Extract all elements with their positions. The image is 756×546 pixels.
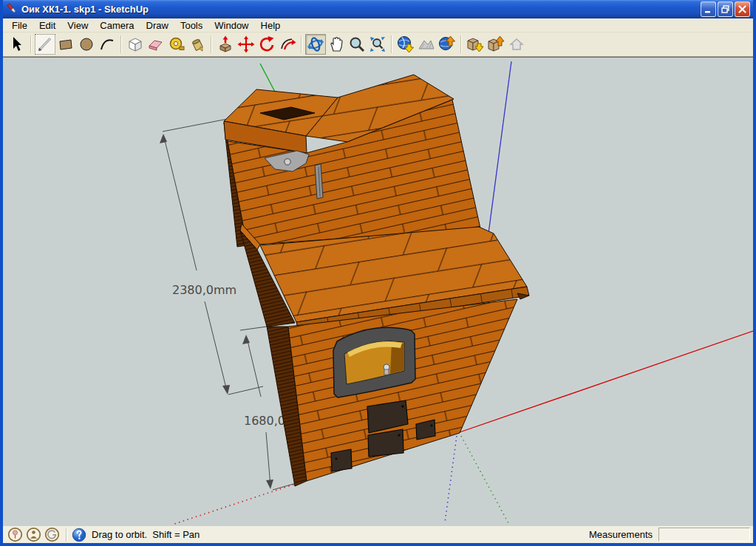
toolbar <box>3 33 753 57</box>
toolbar-separator <box>391 35 392 53</box>
menu-file[interactable]: File <box>6 19 33 32</box>
modeling-canvas[interactable]: 2380,0mm 1680,0mm <box>3 58 753 526</box>
menu-tools[interactable]: Tools <box>174 19 208 32</box>
viewport[interactable]: 2380,0mm 1680,0mm <box>3 57 753 525</box>
restore-button[interactable] <box>718 1 733 17</box>
menubar: File Edit View Camera Draw Tools Window … <box>3 18 753 33</box>
google-status-icon[interactable] <box>44 527 60 542</box>
menu-edit[interactable]: Edit <box>33 19 61 32</box>
restore-icon <box>721 4 730 14</box>
get-models-icon <box>466 35 484 53</box>
eraser-tool-button[interactable] <box>146 34 166 55</box>
rotate-tool-button[interactable] <box>256 34 277 55</box>
place-model-icon <box>438 35 456 53</box>
minimize-button[interactable] <box>701 1 716 17</box>
measurements-label: Measurements <box>589 529 653 540</box>
statusbar: Drag to orbit. Shift = Pan Measurements <box>3 525 753 543</box>
paint-bucket-icon <box>188 35 206 53</box>
house-icon <box>508 35 525 53</box>
eraser-icon <box>147 35 165 53</box>
help-question-icon[interactable] <box>72 528 86 542</box>
push-pull-icon <box>217 35 234 53</box>
place-model-tool-button[interactable] <box>437 34 457 55</box>
menu-draw[interactable]: Draw <box>140 19 174 32</box>
tape-measure-tool-button[interactable] <box>166 34 187 55</box>
get-current-view-tool-button[interactable] <box>395 34 416 55</box>
close-icon <box>738 4 747 14</box>
orbit-tool-button[interactable] <box>305 34 326 55</box>
menu-view[interactable]: View <box>61 19 94 32</box>
circle-tool-button[interactable] <box>76 34 97 55</box>
get-models-tool-button[interactable] <box>465 34 486 55</box>
move-icon <box>237 35 255 53</box>
person-status-icon[interactable] <box>26 527 41 542</box>
push-pull-tool-button[interactable] <box>215 34 236 55</box>
rotate-icon <box>258 35 276 53</box>
orbit-icon <box>307 35 324 53</box>
offset-tool-button[interactable] <box>277 34 298 55</box>
status-help-text: Drag to orbit. Shift = Pan <box>92 529 200 540</box>
toolbar-separator <box>120 35 122 53</box>
rectangle-tool-button[interactable] <box>55 34 76 55</box>
toggle-terrain-tool-button[interactable] <box>416 34 437 55</box>
toolbar-separator <box>211 35 212 53</box>
measurements-input[interactable] <box>658 528 750 542</box>
cleanout-door-bottom-left <box>331 449 352 471</box>
rectangle-icon <box>57 35 75 53</box>
zoom-icon <box>348 35 366 53</box>
select-tool-button[interactable] <box>7 34 27 55</box>
share-model-icon <box>487 35 505 53</box>
arc-tool-button[interactable] <box>97 34 118 55</box>
statusbar-separator <box>66 528 67 542</box>
geo-pin-status-icon[interactable] <box>7 527 23 542</box>
toggle-terrain-icon <box>418 35 435 53</box>
toolbar-separator <box>460 35 462 53</box>
tape-measure-icon <box>168 35 185 53</box>
share-model-tool-button[interactable] <box>486 34 506 55</box>
arc-icon <box>98 35 116 53</box>
make-component-icon <box>126 35 144 53</box>
circle-icon <box>78 35 95 53</box>
dimension-label-total-height: 2380,0mm <box>172 283 236 297</box>
toolbar-separator <box>301 35 302 53</box>
zoom-extents-icon <box>369 35 386 53</box>
titlebar[interactable]: Оик ХК1-1. skp1 - SketchUp <box>3 0 753 18</box>
menu-camera[interactable]: Camera <box>94 19 140 32</box>
house-tool-button[interactable] <box>506 34 527 55</box>
sketchup-window: Оик ХК1-1. skp1 - SketchUp File Edit Vie… <box>0 0 756 546</box>
sketchup-logo-icon <box>6 3 18 16</box>
zoom-extents-tool-button[interactable] <box>367 34 388 55</box>
make-component-tool-button[interactable] <box>125 34 146 55</box>
window-title: Оик ХК1-1. skp1 - SketchUp <box>21 4 699 15</box>
move-tool-button[interactable] <box>236 34 256 55</box>
pan-tool-button[interactable] <box>326 34 347 55</box>
pan-icon <box>327 35 345 53</box>
paint-bucket-tool-button[interactable] <box>187 34 208 55</box>
select-icon <box>8 35 26 53</box>
menu-window[interactable]: Window <box>208 19 254 32</box>
offset-icon <box>279 35 296 53</box>
get-current-view-icon <box>397 35 415 53</box>
line-icon <box>36 35 54 53</box>
line-tool-button[interactable] <box>35 34 55 55</box>
toolbar-separator <box>30 35 32 53</box>
minimize-icon <box>704 4 713 14</box>
zoom-tool-button[interactable] <box>347 34 367 55</box>
close-button[interactable] <box>735 1 750 17</box>
menu-help[interactable]: Help <box>255 19 287 32</box>
